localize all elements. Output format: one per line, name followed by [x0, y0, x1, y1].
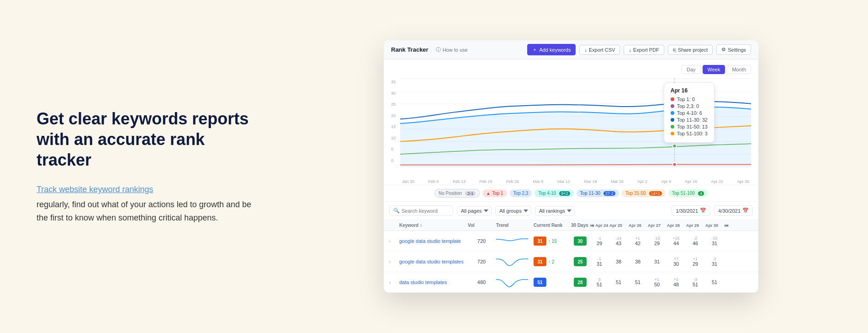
main-heading: Get clear keywords reports with an accur…	[37, 108, 256, 170]
tooltip-dot-6	[671, 132, 674, 135]
top-bar: Rank Tracker ⓘ How to use ＋ Add keywords…	[384, 40, 758, 59]
share-project-button[interactable]: ⎗ Share project	[668, 45, 713, 55]
tooltip-date: Apr 16	[671, 87, 708, 94]
row-expand-icon[interactable]: ›	[389, 239, 398, 244]
right-section: Rank Tracker ⓘ How to use ＋ Add keywords…	[292, 31, 868, 302]
apr27-cell: 31	[648, 259, 666, 264]
apr30-cell: -15 31	[705, 236, 724, 246]
share-icon: ⎗	[673, 47, 676, 53]
keyword-search-wrap[interactable]: 🔍	[389, 205, 453, 216]
apr30-cell: -2 31	[705, 257, 724, 267]
trend-chart	[496, 255, 528, 268]
days30-badge: 30	[574, 236, 587, 246]
svg-point-11	[673, 144, 677, 148]
body-text: regularly, find out what of your actions…	[37, 198, 256, 225]
current-rank-cell: 31 ↑ 2	[534, 257, 570, 266]
x-axis-labels: Jan 30 Feb 6 Feb 13 Feb 19 Feb 26 Mar 5 …	[400, 178, 751, 185]
apr24-cell: -1 31	[590, 257, 609, 267]
keywords-table: Keyword ↕ Vol Trend Current Rank 30 Days…	[384, 220, 758, 293]
track-rankings-link[interactable]: Track website keyword rankings	[37, 185, 256, 194]
rank-badge: 31	[534, 257, 546, 266]
search-icon: 🔍	[393, 208, 400, 214]
trend-chart	[496, 276, 528, 289]
plus-icon: ＋	[532, 46, 537, 53]
browser-window: Rank Tracker ⓘ How to use ＋ Add keywords…	[384, 40, 758, 293]
tooltip-item-3: Top 4-10: 6	[671, 110, 708, 116]
apr26-cell: 38	[629, 259, 647, 264]
rank-change: ↑ 15	[548, 239, 557, 244]
all-groups-select[interactable]: All groups	[495, 206, 531, 216]
keyword-cell[interactable]: google data studio templates	[399, 259, 467, 264]
apr28-cell: +15 44	[667, 236, 685, 246]
apr24-cell: 3 51	[590, 277, 609, 287]
rank-badge: 51	[534, 278, 546, 287]
apr26-cell: 51	[629, 279, 647, 285]
days30-badge: 25	[574, 257, 587, 266]
row-expand-icon[interactable]: ›	[389, 259, 398, 264]
download-csv-icon: ↓	[584, 47, 587, 53]
top-bar-actions: ＋ Add keywords ↓ Export CSV ↓ Export PDF…	[527, 44, 751, 55]
apr25-cell: 38	[609, 259, 628, 264]
legend-no-position[interactable]: No Position 2-1	[434, 189, 480, 198]
period-week-button[interactable]: Week	[703, 65, 725, 74]
apr27-cell: -13 29	[648, 236, 666, 246]
keyword-search-input[interactable]	[402, 208, 447, 214]
tooltip-item-5: Top 31-50: 13	[671, 124, 708, 129]
legend-row: No Position 2-1 ▲ Top 1 Top 2,3 Top 4-10…	[384, 185, 758, 201]
rank-change: ↑ 2	[548, 259, 554, 264]
legend-top4-10[interactable]: Top 4-10 9+2	[535, 189, 573, 197]
settings-button[interactable]: ⚙ Settings	[716, 44, 751, 55]
table-row: › data studio templates 480 51 28 3 51 5…	[384, 272, 758, 293]
chart-area: Day Week Month 35 30 25 20 15 10 5 0	[384, 59, 758, 185]
apr29-cell: +1 29	[686, 257, 704, 267]
tooltip-item-6: Top 51-100: 3	[671, 131, 708, 136]
keyword-cell[interactable]: google data studio template	[399, 238, 467, 244]
row-expand-icon[interactable]: ›	[389, 280, 398, 285]
legend-top1[interactable]: ▲ Top 1	[482, 189, 507, 197]
period-day-button[interactable]: Day	[682, 65, 701, 74]
tooltip-dot-2	[671, 104, 674, 108]
legend-top11-30[interactable]: Top 11-30 27-2	[577, 189, 619, 197]
apr26-cell: +1 42	[629, 236, 647, 246]
apr27-cell: +1 50	[648, 277, 666, 287]
period-controls: Day Week Month	[391, 65, 751, 74]
export-csv-button[interactable]: ↓ Export CSV	[579, 45, 620, 55]
legend-top51-100[interactable]: Top 51-100 4	[668, 189, 708, 197]
tooltip-item-4: Top 11-30: 32	[671, 117, 708, 123]
current-rank-cell: 31 ↑ 15	[534, 236, 570, 246]
keyword-cell[interactable]: data studio templates	[399, 279, 467, 285]
vol-cell: 720	[468, 259, 495, 264]
date-from-input[interactable]: 1/30/2021 📅	[672, 205, 710, 216]
table-header: Keyword ↕ Vol Trend Current Rank 30 Days…	[384, 220, 758, 231]
period-month-button[interactable]: Month	[727, 65, 751, 74]
apr29-cell: -2 46	[686, 236, 704, 246]
download-pdf-icon: ↓	[629, 47, 631, 53]
filters-row: 🔍 All pages All groups All rankings 1/30…	[384, 201, 758, 220]
apr24-cell: -1 29	[590, 236, 609, 246]
all-rankings-select[interactable]: All rankings	[535, 206, 575, 216]
all-pages-select[interactable]: All pages	[457, 206, 492, 216]
calendar-to-icon: 📅	[742, 208, 749, 214]
tooltip-dot-3	[671, 111, 674, 115]
chart-container: 35 30 25 20 15 10 5 0	[391, 78, 751, 178]
apr28-cell: +7 30	[667, 257, 685, 267]
legend-top23[interactable]: Top 2,3	[510, 189, 532, 197]
table-row: › google data studio templates 720 31 ↑ …	[384, 252, 758, 272]
apr28-cell: +2 48	[667, 277, 685, 287]
apr29-cell: -3 51	[686, 277, 704, 287]
y-axis-labels: 35 30 25 20 15 10 5 0	[391, 78, 396, 165]
gear-icon: ⚙	[721, 47, 726, 53]
vol-cell: 720	[468, 238, 495, 244]
calendar-from-icon: 📅	[700, 208, 706, 214]
tooltip-dot-1	[671, 97, 674, 101]
left-section: Get clear keywords reports with an accur…	[0, 81, 292, 252]
add-keywords-button[interactable]: ＋ Add keywords	[527, 44, 576, 55]
current-rank-cell: 51	[534, 278, 570, 287]
legend-top31-50[interactable]: Top 31-50 14+1	[622, 189, 666, 197]
apr30-cell: 51	[705, 279, 724, 285]
date-to-input[interactable]: 4/30/2021 📅	[714, 205, 753, 216]
tooltip-dot-5	[671, 125, 674, 129]
days30-badge: 28	[574, 278, 587, 287]
tooltip-dot-4	[671, 118, 674, 122]
export-pdf-button[interactable]: ↓ Export PDF	[624, 45, 664, 55]
